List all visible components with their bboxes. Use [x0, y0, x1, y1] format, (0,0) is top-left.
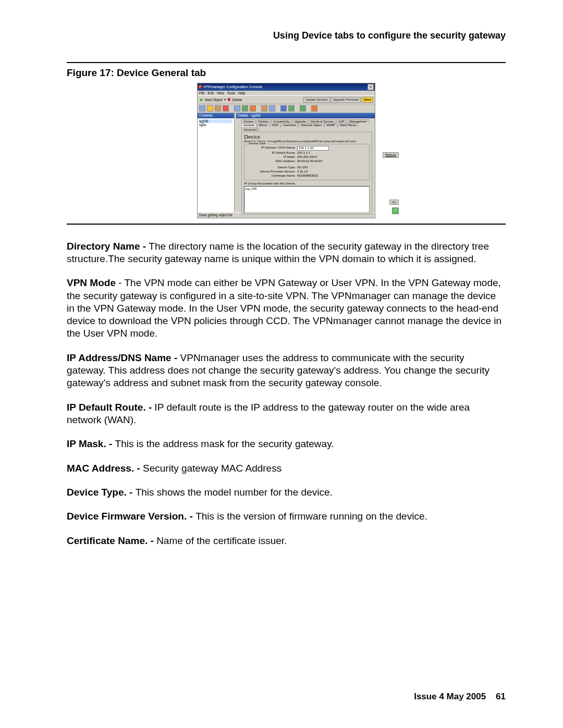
- toolbar-icon[interactable]: [234, 105, 240, 112]
- definition: Name of the certificate issuer.: [156, 535, 287, 546]
- device-type-label: Device Type:: [246, 166, 297, 169]
- certificate-name-label: Certificate Name:: [246, 174, 297, 178]
- ip-address-label: IP Address / DNS Name:: [246, 146, 297, 151]
- sidebar: Contents sg208 sgfw: [198, 113, 235, 212]
- definition: - The VPN mode can either be VPN Gateway…: [67, 277, 501, 339]
- toolbar-icon[interactable]: [261, 105, 267, 112]
- tab-network-object[interactable]: Network Object: [299, 123, 324, 127]
- delete-button[interactable]: Delete: [232, 98, 242, 102]
- update-devices-button[interactable]: Update Devices: [303, 97, 329, 103]
- toolbar-icon[interactable]: [311, 105, 317, 112]
- document-page: Using Device tabs to configure the secur…: [0, 0, 563, 728]
- tab-connectivity[interactable]: Connectivity: [271, 119, 292, 124]
- definition: This is the version of firmware running …: [195, 511, 427, 522]
- figure-caption: Figure 17: Device General tab: [67, 67, 506, 79]
- term: MAC Address. -: [67, 463, 143, 474]
- save-button[interactable]: Save: [362, 97, 373, 103]
- menu-tools[interactable]: Tools: [227, 91, 235, 95]
- tab-management[interactable]: Management: [347, 119, 369, 124]
- tab-actions[interactable]: Actions: [241, 119, 255, 124]
- details-header: Details - sg208: [236, 113, 375, 118]
- tab-general[interactable]: General: [241, 123, 256, 127]
- sidebar-item-sgfw[interactable]: sgfw: [199, 123, 232, 127]
- panel-heading: Device: [244, 133, 370, 140]
- go-button[interactable]: Go: [389, 200, 399, 205]
- body-text: Directory Name - The directory name is t…: [67, 240, 506, 547]
- menu-help[interactable]: Help: [238, 91, 245, 95]
- tab-row-1: Actions Policies Connectivity Upgrade De…: [236, 118, 375, 124]
- menu-view[interactable]: View: [217, 91, 224, 95]
- tab-dns[interactable]: DNS: [270, 123, 280, 127]
- certificate-name-value: 991989883553: [297, 174, 318, 178]
- ip-group-listbox[interactable]: ipg_208: [244, 186, 370, 213]
- issue-date: Issue 4 May 2005: [414, 692, 486, 701]
- toolbar-icon[interactable]: [300, 105, 306, 112]
- toolbar-icon[interactable]: [280, 105, 287, 112]
- menu-edit[interactable]: Edit: [207, 91, 213, 95]
- device-type-value: SG 203: [297, 166, 308, 169]
- icon-toolbar: [198, 104, 375, 113]
- list-item[interactable]: ipg_208: [246, 187, 368, 191]
- upgrade-firmware-button[interactable]: Upgrade Firmware: [331, 97, 361, 103]
- toolbar-separator: [296, 105, 298, 112]
- rule-top: [67, 62, 506, 63]
- toolbar-icon[interactable]: [288, 105, 295, 112]
- default-route-value: 100.1.1.1: [297, 151, 310, 155]
- toolbar-separator: [277, 105, 279, 112]
- toolbar-icon[interactable]: [207, 105, 213, 112]
- ip-address-input[interactable]: 100.1.1.20: [297, 146, 329, 151]
- para-device-firmware-version: Device Firmware Version. - This is the v…: [67, 510, 506, 523]
- tab-snmp[interactable]: SNMP: [324, 123, 337, 127]
- term: Directory Name -: [67, 241, 149, 252]
- refresh-button[interactable]: Refresh: [383, 152, 399, 158]
- menu-file[interactable]: File: [199, 91, 204, 95]
- term: IP Default Route. -: [67, 402, 155, 413]
- para-device-type: Device Type. - This shows the model numb…: [67, 486, 506, 499]
- menubar: File Edit View Tools Help: [198, 91, 375, 96]
- new-object-button[interactable]: New Object: [205, 98, 223, 102]
- action-bar: ✦ New Object ▾ ✖ Delete Update Devices U…: [198, 96, 375, 104]
- term: IP Address/DNS Name -: [67, 352, 180, 363]
- para-mac-address: MAC Address. - Security gateway MAC Addr…: [67, 462, 506, 475]
- para-ip-address: IP Address/DNS Name - VPNmanager uses th…: [67, 352, 506, 390]
- term: Certificate Name. -: [67, 535, 156, 546]
- general-panel: Device Directory Name: cn=sg208,ou=Devic…: [241, 132, 372, 215]
- toolbar-separator: [308, 105, 310, 112]
- toolbar-icon[interactable]: [199, 105, 205, 112]
- firmware-version-label: Device Firmware Version:: [246, 170, 297, 174]
- toolbar-icon[interactable]: [269, 105, 275, 112]
- dropdown-icon[interactable]: ▾: [224, 98, 226, 102]
- ip-mask-label: IP Mask:: [246, 155, 297, 159]
- toolbar-icon[interactable]: [223, 105, 229, 112]
- ip-mask-value: 255.255.255.0: [297, 155, 317, 159]
- page-footer: Issue 4 May 2005 61: [414, 692, 506, 702]
- toolbar-icon[interactable]: [242, 105, 248, 112]
- tab-interfaces[interactable]: Interfaces: [281, 123, 298, 127]
- para-directory-name: Directory Name - The directory name is t…: [67, 240, 506, 266]
- para-vpn-mode: VPN Mode - The VPN mode can either be VP…: [67, 277, 506, 340]
- tab-upgrade[interactable]: Upgrade: [292, 119, 308, 124]
- toolbar-icon[interactable]: [250, 105, 256, 112]
- tab-memo[interactable]: Memo: [257, 123, 270, 127]
- tab-voip[interactable]: VoIP: [336, 119, 347, 124]
- sidebar-item-sg208[interactable]: sg208: [199, 119, 232, 123]
- tab-advanced[interactable]: Advanced: [241, 128, 259, 132]
- tab-denial-of-service[interactable]: Denial of Service: [309, 119, 336, 124]
- directory-name-value: cn=sg208,ou=Devices,ou=iptana953-fw-none…: [267, 140, 356, 143]
- mac-address-label: MAC Address:: [246, 159, 297, 163]
- definition: This shows the model number for the devi…: [136, 487, 333, 498]
- device-data-legend: Device Data: [248, 142, 267, 145]
- para-ip-default-route: IP Default Route. - IP default route is …: [67, 401, 506, 427]
- ip-group-label: IP Group Associated with this Device: [244, 182, 370, 186]
- screenshot-window: VPNmanager Configuration Console × File …: [197, 83, 375, 218]
- close-icon[interactable]: ×: [368, 84, 374, 90]
- tab-static-route[interactable]: Static Route: [338, 123, 359, 127]
- tab-row-2: General Memo DNS Interfaces Network Obje…: [236, 123, 375, 131]
- tab-policies[interactable]: Policies: [256, 119, 271, 124]
- toolbar-icon[interactable]: [215, 105, 221, 112]
- help-icon[interactable]: ?: [392, 207, 399, 214]
- app-icon: [199, 85, 202, 89]
- term: VPN Mode: [67, 277, 118, 288]
- plus-icon: ✦: [199, 97, 203, 103]
- para-ip-mask: IP Mask. - This is the address mask for …: [67, 438, 506, 450]
